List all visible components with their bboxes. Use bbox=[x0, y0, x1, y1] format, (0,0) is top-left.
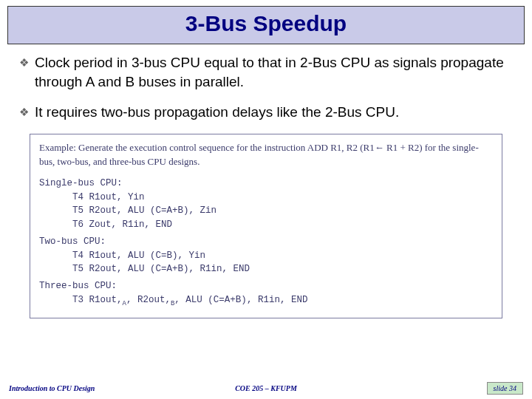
three-bus-label: Three-bus CPU: bbox=[39, 281, 117, 291]
slide-content: ❖ Clock period in 3-bus CPU equal to tha… bbox=[0, 44, 532, 318]
diamond-bullet-icon: ❖ bbox=[19, 105, 29, 120]
footer-right: slide 34 bbox=[487, 382, 523, 395]
footer-center: COE 205 – KFUPM bbox=[235, 384, 297, 392]
two-bus-label: Two-bus CPU: bbox=[39, 236, 106, 247]
bullet-point: ❖ Clock period in 3-bus CPU equal to tha… bbox=[19, 53, 513, 91]
single-bus-code: T4 R1out, Yin T5 R2out, ALU (C=A+B), Zin… bbox=[39, 192, 216, 231]
two-bus-code: T4 R1out, ALU (C=B), Yin T5 R2out, ALU (… bbox=[39, 250, 250, 275]
single-bus-section: Single-bus CPU: T4 R1out, Yin T5 R2out, … bbox=[39, 177, 493, 232]
slide-footer: Introduction to CPU Design COE 205 – KFU… bbox=[0, 382, 532, 395]
bullet-point: ❖ It requires two-bus propagation delays… bbox=[19, 103, 513, 122]
two-bus-section: Two-bus CPU: T4 R1out, ALU (C=B), Yin T5… bbox=[39, 235, 493, 276]
diamond-bullet-icon: ❖ bbox=[19, 55, 29, 70]
example-box: Example: Generate the execution control … bbox=[30, 134, 502, 318]
three-bus-section: Three-bus CPU: T3 R1out,A, R2out,B, ALU … bbox=[39, 279, 493, 309]
bullet-text: It requires two-bus propagation delays l… bbox=[35, 103, 399, 122]
single-bus-label: Single-bus CPU: bbox=[39, 178, 123, 188]
slide-title: 3-Bus Speedup bbox=[8, 11, 524, 36]
bullet-text: Clock period in 3-bus CPU equal to that … bbox=[35, 53, 513, 91]
example-prompt: Example: Generate the execution control … bbox=[39, 140, 493, 169]
footer-left: Introduction to CPU Design bbox=[9, 384, 95, 392]
slide-title-bar: 3-Bus Speedup bbox=[7, 6, 525, 44]
